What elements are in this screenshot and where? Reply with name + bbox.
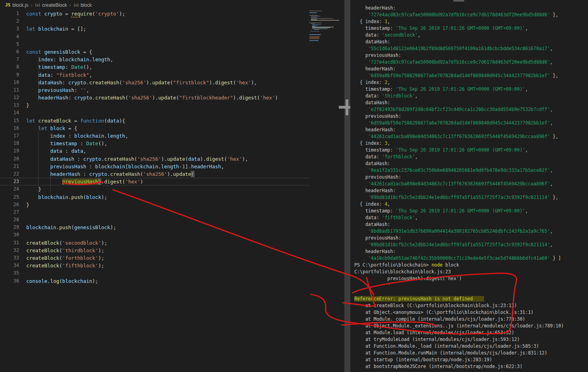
code-line[interactable]: 9 data: "fistblock", <box>0 71 309 79</box>
terminal-line: '09bd81d18cfb2c5e2dbb24e1ed6bcff97a5f1a5… <box>354 195 588 201</box>
code-line[interactable]: 4 <box>0 33 309 41</box>
code-line[interactable]: 30 <box>0 231 309 239</box>
line-number: 34 <box>0 262 19 269</box>
terminal-line: timestamp: 'Thu Sep 26 2019 17:01:26 GMT… <box>354 208 588 215</box>
resize-handle-icon[interactable] <box>346 99 348 115</box>
code-line[interactable]: 14 <box>0 109 309 117</box>
code-text: data : data, <box>19 147 86 155</box>
code-line[interactable]: 27 <box>0 208 309 216</box>
code-text: console.log(blockchain); <box>19 277 98 285</box>
code-text: const genesisBlock = { <box>19 48 92 56</box>
terminal-line: data: 'thirdblock', <box>354 93 588 100</box>
code-line[interactable]: 34createBlock('fifthblock'); <box>0 262 309 269</box>
code-line[interactable]: 26} <box>0 201 309 208</box>
terminal-panel[interactable]: headerHash: '727e4acd83c97cafae50008bd92… <box>350 0 588 372</box>
terminal-scroll-marker <box>453 0 464 2</box>
code-line[interactable]: 13} <box>0 101 309 109</box>
code-line[interactable]: 20 dataHash : crypto.createHash('sha256'… <box>0 155 309 163</box>
terminal-line: headerHash: <box>354 127 588 134</box>
line-number: 4 <box>0 33 19 41</box>
code-text: blockchain.push(genesisBlock); <box>19 224 116 231</box>
minimap-line <box>311 20 339 20</box>
line-number: 16 <box>0 125 19 132</box>
code-line[interactable]: 6const genesisBlock = { <box>0 48 309 56</box>
code-line[interactable]: 10 dataHash: crypto.createHash('sha256')… <box>0 79 309 86</box>
line-number: 32 <box>0 247 19 254</box>
code-line[interactable]: 12 headerHash: crypto.createHash('sha256… <box>0 94 309 101</box>
code-line[interactable]: 28 <box>0 216 309 224</box>
line-number: 15 <box>0 117 19 125</box>
indent-guide <box>50 132 51 193</box>
code-line[interactable]: 32createBlock('thirdblock'); <box>0 247 309 254</box>
code-line[interactable]: 36console.log(blockchain); <box>0 277 309 285</box>
line-number: 29 <box>0 224 19 231</box>
line-number: 14 <box>0 109 19 117</box>
code-line[interactable]: 33createBlock('forthblock'); <box>0 254 309 262</box>
minimap-line <box>309 12 317 13</box>
line-number: 26 <box>0 201 19 208</box>
pane-divider-sash[interactable] <box>344 0 350 372</box>
code-line[interactable]: 11 previousHash: '', <box>0 86 309 94</box>
minimap-line <box>309 21 310 21</box>
line-number: 3 <box>0 25 19 33</box>
line-number: 22 <box>0 170 19 178</box>
indent-guide <box>62 178 63 185</box>
code-line[interactable]: 29blockchain.push(genesisBlock); <box>0 224 309 231</box>
terminal-line: '55c1d6a1d8122e06419b2f89d8d569759f4199a… <box>354 46 588 53</box>
code-line[interactable]: 21 previousHash : blockchain[blockchain.… <box>0 163 309 170</box>
terminal-line: at startup (internal/bootstrap/node.js:2… <box>354 357 588 364</box>
terminal-line: at Object.Module._extensions..js (intern… <box>354 323 588 330</box>
code-line[interactable]: 35 <box>0 269 309 277</box>
line-number: 18 <box>0 140 19 147</box>
line-number: 6 <box>0 48 19 56</box>
code-line[interactable]: 31createBlock('secondblock'); <box>0 239 309 247</box>
code-line[interactable]: 2 <box>0 18 309 25</box>
code-text: createBlock('forthblock'); <box>19 254 104 262</box>
terminal-line: dataHash: <box>354 161 588 167</box>
code-line[interactable]: 3let blockchain = []; <box>0 25 309 33</box>
line-number: 17 <box>0 132 19 140</box>
code-line[interactable]: 17 index : blockchain.length, <box>0 132 309 140</box>
code-text: index: blockchain.length, <box>19 56 113 63</box>
terminal-line: previousHash: <box>354 174 588 181</box>
breadcrumb: JS block.js › [⊘] createBlock › [⊘] bloc… <box>0 0 344 10</box>
code-text <box>19 18 26 25</box>
code-line[interactable]: 19 data : data, <box>0 147 309 155</box>
line-number: 27 <box>0 208 19 216</box>
breadcrumb-symbol-createblock[interactable]: createBlock <box>42 2 67 8</box>
terminal-line: previousHash: <box>354 53 588 59</box>
code-line[interactable]: 25 blockchain.push(block); <box>0 193 309 201</box>
terminal-line: data: 'fifthblock', <box>354 215 588 222</box>
code-line[interactable]: 24 } <box>0 185 309 193</box>
code-line[interactable]: 16 let block = { <box>0 125 309 132</box>
line-number: 8 <box>0 63 19 71</box>
breadcrumb-file[interactable]: block.js <box>12 2 28 8</box>
breadcrumb-symbol-block[interactable]: block <box>81 2 92 8</box>
line-number: 24 <box>0 185 19 193</box>
code-line[interactable]: 1const crypto = require('crypto'); <box>0 10 309 18</box>
code-editor[interactable]: 1const crypto = require('crypto');23let … <box>0 10 309 285</box>
line-number: 10 <box>0 79 19 86</box>
code-line[interactable]: 5 <box>0 41 309 48</box>
code-text: } <box>19 201 29 208</box>
terminal-line: dataHash: <box>354 39 588 46</box>
terminal-line: dataHash: <box>354 100 588 107</box>
code-line[interactable]: 8 timestamp: Date(), <box>0 63 309 71</box>
terminal-line: '0ea1f2a331c2376ce03c750b6e68948205681e9… <box>354 167 588 174</box>
code-text <box>19 231 26 239</box>
terminal-line: { index: 3, <box>354 140 588 147</box>
code-text: data: "fistblock", <box>19 71 92 79</box>
line-number: 21 <box>0 163 19 170</box>
code-text: previousHash).digest('hex') <box>19 178 143 185</box>
code-line[interactable]: 7 index: blockchain.length, <box>0 56 309 63</box>
code-line[interactable]: 23 previousHash).digest('hex') <box>0 178 309 185</box>
code-line[interactable]: 15let createBlock = function(data){ <box>0 117 309 125</box>
minimap[interactable] <box>309 11 344 43</box>
minimap-line <box>309 40 318 41</box>
code-text <box>19 208 26 216</box>
code-text: let blockchain = []; <box>19 25 86 33</box>
code-line[interactable]: 18 timestamp : Date(), <box>0 140 309 147</box>
code-line[interactable]: 22 headerHash : crypto.createHash('sha25… <box>0 170 309 178</box>
terminal-line: '44261cad1acba898e84d34863c7c13ff6763626… <box>354 134 588 140</box>
line-number: 1 <box>0 10 19 18</box>
